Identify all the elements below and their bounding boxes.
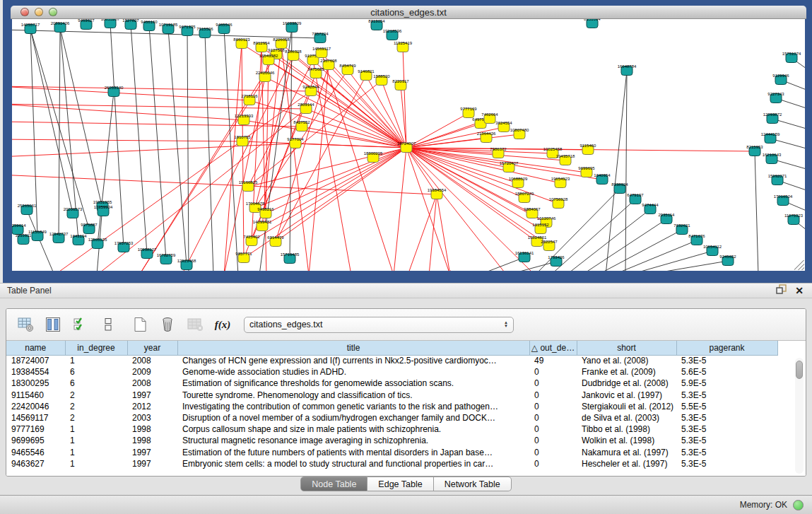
scrollbar-thumb[interactable] [796,361,803,379]
network-node[interactable]: 9463627 [78,19,95,30]
network-node[interactable]: 9498216 [257,207,274,218]
network-node[interactable]: 12942737 [49,232,69,243]
minimize-window-button[interactable] [35,8,43,16]
network-node[interactable]: 7986372 [490,147,507,158]
network-node[interactable]: 7857224 [312,32,329,43]
network-node[interactable]: 21364436 [477,132,496,143]
network-node[interactable]: 18807249 [515,192,534,203]
network-node[interactable]: 2935114 [659,213,676,224]
column-header-title[interactable]: title [177,341,529,355]
network-node[interactable]: 16136141 [515,251,534,262]
network-node[interactable]: 9466160 [141,20,158,31]
network-node[interactable]: 19654923 [551,177,570,188]
network-node[interactable]: 12444159 [761,132,780,144]
row-height-button[interactable] [99,315,117,334]
column-header-name[interactable]: name [6,341,65,355]
network-node[interactable]: 15720407 [500,161,519,173]
delete-column-button[interactable] [158,315,177,334]
table-row[interactable]: 946362711997Embryonic stem cells: a mode… [6,458,777,469]
table-row[interactable]: 2242004622012Investigating the contribut… [6,401,777,412]
network-node[interactable]: 20206573 [64,207,83,218]
network-node[interactable]: 9465546 [216,23,233,34]
network-node[interactable]: 9227343 [767,92,784,103]
create-column-button[interactable] [131,315,149,334]
network-node[interactable]: 10655287 [101,19,120,28]
network-node[interactable]: 9474444 [642,203,659,214]
network-node[interactable]: 25365061 [18,204,37,215]
function-builder-button[interactable]: f(x) [213,315,232,334]
network-node[interactable]: 9245652 [719,255,736,266]
network-node[interactable]: 19435718 [556,154,575,165]
network-node[interactable]: 1640954 [594,173,611,185]
network-node[interactable]: 12923468 [177,259,196,270]
network-node[interactable]: 8454749 [339,64,356,75]
network-node[interactable]: 19384554 [428,188,447,199]
network-node[interactable]: 1643194 [70,234,87,245]
network-node[interactable]: 10756928 [549,197,568,209]
column-header-year[interactable]: year [127,341,177,355]
column-header-in_degree[interactable]: in_degree [65,341,127,355]
table-row[interactable]: 1872400712008Changes of HCN gene express… [6,355,777,366]
network-node[interactable]: 8226058 [273,37,290,49]
table-row[interactable]: 1830029562008Estimation of significance … [6,378,777,389]
zoom-window-button[interactable] [49,8,57,16]
network-node[interactable]: 3915911 [16,233,33,245]
network-node[interactable]: 11075323 [784,214,804,225]
table-selector-dropdown[interactable]: citations_edges.txt ▲ ▼ [244,317,514,333]
network-node[interactable]: 10958107 [138,247,157,259]
network-node[interactable]: 14055717 [21,23,40,34]
network-node[interactable]: 2522547 [541,240,558,251]
table-row[interactable]: 1456911722003Disruption of a novel membe… [6,412,777,424]
network-node[interactable]: 15716485 [281,252,300,264]
network-node[interactable]: 12505135 [88,238,107,249]
delete-table-button-disabled[interactable] [186,315,204,334]
network-node[interactable]: 16648784 [618,64,637,76]
resize-grip-icon[interactable] [794,260,804,270]
tab-network-table[interactable]: Network Table [434,477,512,491]
network-node[interactable]: 15992071 [768,174,787,185]
network-node[interactable]: 9242844 [302,85,319,96]
select-columns-button[interactable] [71,315,90,334]
table-row[interactable]: 1938455462009Genome-wide association stu… [6,366,777,378]
network-node[interactable]: 17359934 [94,205,113,216]
network-node[interactable]: 9975887 [81,223,98,234]
memory-indicator[interactable] [793,500,804,510]
network-node[interactable]: 1810755 [234,135,251,146]
network-node[interactable]: 9129946 [772,74,789,85]
network-node[interactable]: 16782759 [157,253,176,264]
network-node[interactable]: 26053340 [105,86,124,97]
close-panel-icon[interactable]: ✕ [795,286,804,296]
network-node[interactable]: 19218596 [383,29,402,40]
tab-edge-table[interactable]: Edge Table [367,477,433,491]
network-node[interactable]: 10807480 [510,128,529,139]
network-node[interactable]: 9177004 [287,137,304,148]
network-node[interactable]: 8151034 [584,19,601,28]
column-header-out_de[interactable]: △ out_de… [529,341,577,355]
network-node[interactable]: 7632621 [673,223,690,235]
network-window-titlebar[interactable]: citations_edges.txt [11,6,806,19]
network-node[interactable]: 3475685 [307,67,324,78]
network-node[interactable]: 9699695 [578,166,595,177]
network-node[interactable]: 9857771 [235,252,252,263]
network-node[interactable]: 8660123 [233,37,250,49]
network-node[interactable]: 8220317 [392,79,409,90]
close-window-button[interactable] [20,8,29,16]
network-node[interactable]: 8471676 [688,234,705,245]
column-header-short[interactable]: short [577,341,676,355]
network-node[interactable]: 9777169 [460,107,477,118]
vertical-scrollbar[interactable] [795,358,804,474]
network-node[interactable]: 1588520 [373,74,390,86]
network-node[interactable]: 15751074 [782,52,801,63]
table-mode-button[interactable] [16,315,35,334]
network-node[interactable]: 12093872 [763,112,782,124]
column-visibility-button[interactable] [44,315,62,334]
network-node[interactable]: 16033809 [283,21,302,33]
network-node[interactable]: 10719185 [159,23,178,34]
network-node[interactable]: 9671335 [179,25,196,36]
network-node[interactable]: 1615152 [532,223,549,234]
network-node[interactable]: 18300295 [364,151,383,163]
network-canvas[interactable]: 1872400718300295977716964975687462664362… [12,19,805,271]
table-row[interactable]: 946554611997Estimation of the future num… [6,447,777,458]
network-node[interactable]: 8215953 [746,145,763,156]
network-node[interactable]: 1527807 [122,19,139,30]
